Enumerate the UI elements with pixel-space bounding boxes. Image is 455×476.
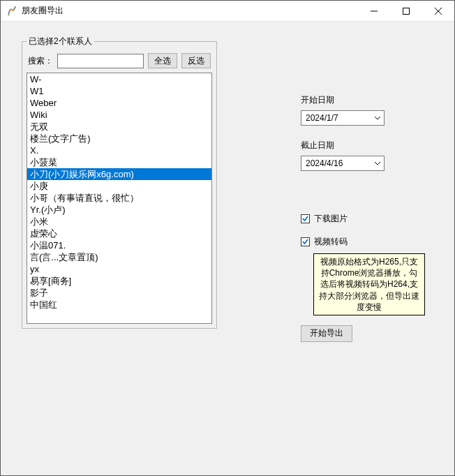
list-item[interactable]: 中国红: [27, 299, 211, 311]
video-transcode-tooltip: 视频原始格式为H265,只支持Chrome浏览器播放，勾选后将视频转码为H264…: [313, 253, 425, 315]
search-input[interactable]: [57, 54, 144, 68]
list-item[interactable]: W1: [27, 85, 211, 97]
end-date-label: 截止日期: [301, 140, 438, 151]
titlebar: 朋友圈导出: [1, 1, 454, 22]
start-date-label: 开始日期: [301, 94, 438, 106]
list-item[interactable]: 小庚: [27, 180, 211, 192]
left-column: 已选择2个联系人 搜索： 全选 反选 W-W1WeberWiki无双楼兰(文字广…: [22, 36, 182, 459]
end-date-value: 2024/4/16: [306, 158, 343, 168]
select-all-button[interactable]: 全选: [148, 53, 177, 68]
list-item[interactable]: Weber: [27, 97, 211, 109]
list-item[interactable]: Yr.(小卢): [27, 204, 211, 216]
checkbox-box: [301, 237, 310, 246]
spacer: [301, 185, 438, 213]
download-images-label: 下载图片: [314, 213, 348, 225]
list-item[interactable]: 小米: [27, 216, 211, 228]
list-item[interactable]: 小哥（有事请直说，很忙）: [27, 192, 211, 204]
close-button[interactable]: [422, 1, 454, 21]
list-item[interactable]: 楼兰(文字广告): [27, 133, 211, 144]
app-icon: [6, 6, 17, 17]
contacts-legend: 已选择2个联系人: [27, 36, 94, 47]
end-date-combo[interactable]: 2024/4/16: [301, 156, 385, 171]
list-item[interactable]: 无双: [27, 121, 211, 133]
app-window: 朋友圈导出 已选择2个联系人 搜索： 全选 反选 W-W1WeberWiki无双…: [0, 0, 455, 476]
start-export-button[interactable]: 开始导出: [301, 325, 352, 342]
maximize-button[interactable]: [390, 1, 422, 21]
list-item[interactable]: 小刀(小刀娱乐网x6g.com): [27, 168, 211, 180]
search-label: 搜索：: [28, 55, 53, 67]
svg-rect-1: [403, 8, 410, 14]
window-title: 朋友圈导出: [22, 5, 358, 17]
checkbox-box: [301, 214, 310, 223]
list-item[interactable]: Wiki: [27, 109, 211, 121]
start-date-combo[interactable]: 2024/1/7: [301, 110, 385, 126]
video-transcode-checkbox[interactable]: 视频转码: [301, 236, 438, 248]
minimize-button[interactable]: [358, 1, 390, 21]
list-item[interactable]: X.: [27, 144, 211, 156]
video-transcode-label: 视频转码: [314, 236, 348, 248]
chevron-down-icon: [374, 160, 381, 167]
list-item[interactable]: 虚荣心: [27, 228, 211, 239]
client-area: 已选择2个联系人 搜索： 全选 反选 W-W1WeberWiki无双楼兰(文字广…: [1, 22, 454, 475]
contacts-listbox[interactable]: W-W1WeberWiki无双楼兰(文字广告)X.小菠菜小刀(小刀娱乐网x6g.…: [27, 73, 212, 324]
start-date-value: 2024/1/7: [306, 113, 338, 123]
search-row: 搜索： 全选 反选: [27, 52, 212, 73]
list-item[interactable]: 易享[商务]: [27, 275, 211, 287]
list-item[interactable]: W-: [27, 73, 211, 85]
chevron-down-icon: [374, 114, 381, 121]
list-item[interactable]: yx: [27, 263, 211, 275]
list-item[interactable]: 小温071.: [27, 239, 211, 251]
list-item[interactable]: 影子: [27, 287, 211, 299]
list-item[interactable]: 言(言...文章置顶): [27, 251, 211, 263]
window-controls: [358, 1, 454, 21]
contacts-fieldset: 已选择2个联系人 搜索： 全选 反选 W-W1WeberWiki无双楼兰(文字广…: [22, 36, 217, 329]
download-images-checkbox[interactable]: 下载图片: [301, 213, 438, 225]
list-item[interactable]: 小菠菜: [27, 156, 211, 168]
right-column: 开始日期 2024/1/7 截止日期 2024/4/16 下载图片 视频转码 视…: [196, 36, 438, 459]
